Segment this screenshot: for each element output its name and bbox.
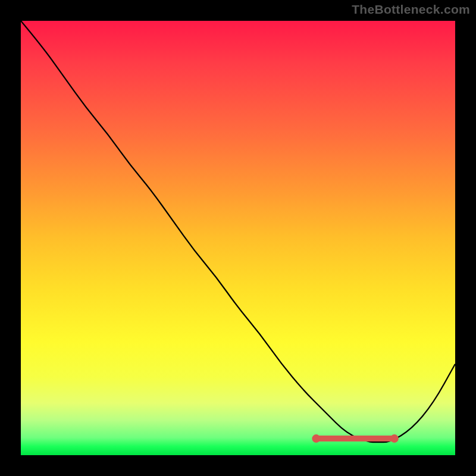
curve-overlay (21, 21, 455, 455)
bottleneck-curve (21, 21, 455, 442)
chart-container: TheBottleneck.com (0, 0, 476, 476)
watermark-text: TheBottleneck.com (352, 2, 470, 17)
optimal-range-end-dot (390, 434, 399, 443)
plot-area (21, 21, 455, 455)
optimal-range-start-dot (312, 434, 320, 443)
